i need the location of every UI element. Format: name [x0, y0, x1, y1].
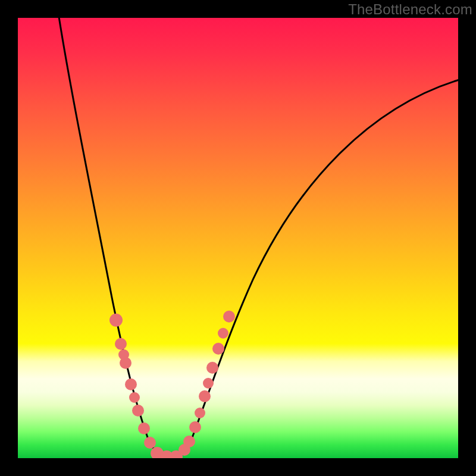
watermark-text: TheBottleneck.com	[348, 1, 472, 18]
scatter-dot	[223, 311, 235, 322]
scatter-group	[109, 311, 235, 458]
plot-area	[18, 18, 458, 458]
curve-right	[171, 80, 458, 458]
curve-svg	[18, 18, 458, 458]
scatter-dot	[212, 343, 224, 355]
scatter-dot	[206, 362, 218, 374]
scatter-dot	[129, 392, 140, 403]
curve-left	[58, 18, 171, 458]
scatter-dot	[199, 390, 211, 402]
scatter-dot	[118, 349, 129, 360]
scatter-dot	[125, 378, 137, 390]
scatter-dot	[183, 436, 195, 447]
scatter-dot	[203, 378, 214, 389]
scatter-dot	[218, 328, 228, 339]
chart-frame: TheBottleneck.com	[0, 0, 476, 476]
scatter-dot	[132, 405, 144, 416]
scatter-dot	[144, 437, 156, 449]
scatter-dot	[195, 408, 205, 418]
scatter-dot	[138, 422, 150, 434]
scatter-dot	[109, 314, 123, 327]
scatter-dot	[115, 338, 127, 350]
curve-group	[58, 18, 458, 458]
scatter-dot	[189, 421, 201, 433]
